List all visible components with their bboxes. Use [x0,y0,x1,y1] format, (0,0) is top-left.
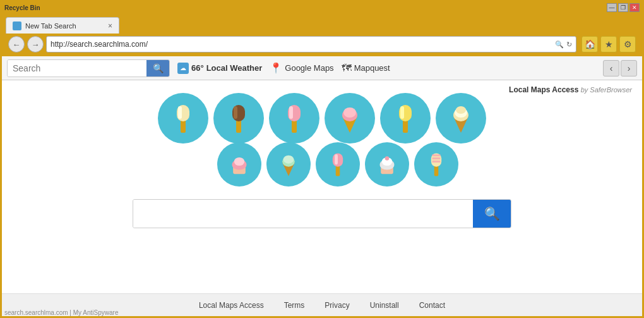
icecream-container [158,93,486,187]
main-search-button[interactable]: 🔍 [473,200,511,228]
icecream-circle-4 [325,93,375,144]
mapquest-link[interactable]: 🗺 Mapquest [342,63,390,74]
icecream-circle-9 [316,142,360,187]
refresh-icon[interactable]: ↻ [566,40,572,49]
svg-rect-14 [400,106,404,119]
svg-rect-36 [432,161,440,162]
icecream-circle-5 [380,93,431,144]
toolbar: 🔍 ☁ 66° Local Weather 📍 Google Maps 🗺 Ma… [2,56,642,80]
status-bar: search.searchlma.com | My AntiSpyware [2,309,121,316]
weather-temp: 66° [191,63,204,73]
footer-link-privacy[interactable]: Privacy [325,301,349,310]
toolbar-search-input[interactable] [8,60,146,76]
icecream-circle-7 [217,142,261,187]
toolbar-search-button[interactable]: 🔍 [146,60,169,76]
forward-button[interactable]: → [27,36,44,52]
icecream-circle-6 [436,93,486,144]
brand-name: Local Maps Access [509,85,578,94]
main-search-input[interactable] [133,200,473,228]
svg-point-21 [234,157,244,166]
svg-rect-34 [432,154,440,156]
svg-point-24 [283,156,294,164]
title-bar-text: Recycle Bin [4,4,40,11]
footer-link-terms[interactable]: Terms [284,301,305,310]
mapquest-label: Mapquest [354,63,390,73]
search-icon: 🔍 [555,40,564,49]
tab-favicon [13,21,21,30]
title-bar-controls: — ❐ ✕ [607,3,640,12]
icecream-circle-8 [266,142,311,187]
icecream-circle-11 [414,142,458,187]
icecream-row-1 [158,93,486,144]
svg-rect-5 [234,106,237,119]
restore-button[interactable]: ❐ [618,3,628,12]
mapquest-icon: 🗺 [342,63,352,74]
google-maps-link[interactable]: 📍 Google Maps [270,62,333,74]
settings-button[interactable]: ⚙ [619,36,636,52]
toolbar-prev-button[interactable]: ‹ [603,60,619,76]
favorites-button[interactable]: ★ [600,36,617,52]
weather-link[interactable]: ☁ 66° Local Weather [177,63,262,74]
url-text: http://search.searchlma.com/ [51,40,555,49]
address-row: ← → http://search.searchlma.com/ 🔍 ↻ 🏠 ★… [6,34,638,56]
main-content: Local Maps Access by SaferBrowser [2,80,642,316]
footer-link-uninstall[interactable]: Uninstall [370,301,399,310]
svg-point-31 [385,156,390,161]
address-bar[interactable]: http://search.searchlma.com/ 🔍 ↻ [46,36,576,52]
svg-point-11 [343,107,356,118]
tab-label: New Tab Search [25,22,76,30]
toolbar-icons: 🏠 ★ ⚙ [581,36,636,52]
tab-bar: New Tab Search × [6,16,638,34]
status-text: search.searchlma.com | My AntiSpyware [4,309,118,316]
svg-rect-27 [335,154,338,164]
close-button[interactable]: ✕ [629,3,640,12]
home-button[interactable]: 🏠 [581,36,598,52]
minimize-button[interactable]: — [607,3,617,12]
browser-chrome: New Tab Search × ← → http://search.searc… [2,13,642,56]
main-search-box[interactable]: 🔍 [133,199,511,228]
svg-rect-8 [289,106,293,119]
svg-rect-35 [432,157,440,159]
svg-rect-2 [178,106,182,119]
icecream-circle-1 [158,93,208,144]
address-icons: 🔍 ↻ [555,40,572,49]
icecream-row-2 [217,142,458,187]
icecream-circle-2 [213,93,264,144]
brand-by: by SaferBrowser [581,86,632,94]
tab-close-button[interactable]: × [108,21,112,30]
svg-point-18 [456,106,466,114]
footer-link-contact[interactable]: Contact [419,301,445,310]
footer-link-local-maps[interactable]: Local Maps Access [199,301,264,310]
icecream-circle-10 [365,142,409,187]
brand-label: Local Maps Access by SaferBrowser [509,85,632,94]
maps-icon: 📍 [270,62,282,74]
weather-icon: ☁ [177,63,189,74]
active-tab[interactable]: New Tab Search × [6,17,119,34]
weather-label: Local Weather [206,63,263,73]
icecream-circle-3 [269,93,319,144]
toolbar-nav: ‹ › [603,60,637,76]
google-maps-label: Google Maps [285,63,333,73]
title-bar: Recycle Bin — ❐ ✕ [2,2,642,13]
back-button[interactable]: ← [8,36,25,52]
toolbar-search-box[interactable]: 🔍 [7,59,170,77]
toolbar-next-button[interactable]: › [621,60,637,76]
